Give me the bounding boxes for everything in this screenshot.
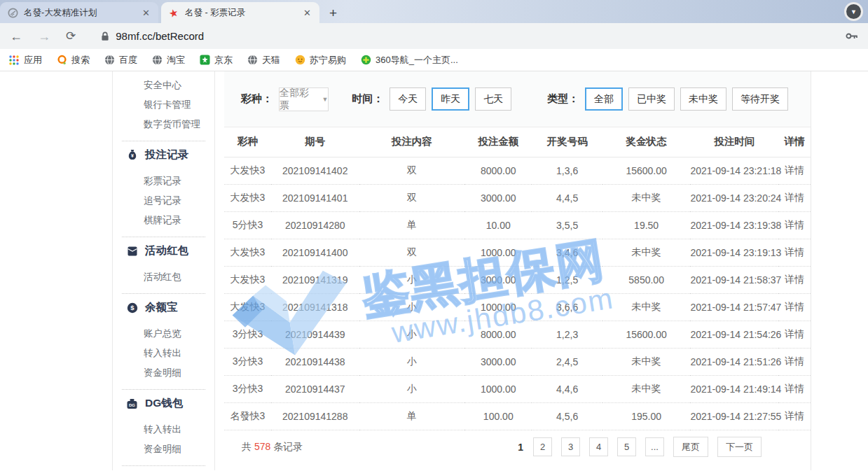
lottery-name-link[interactable]: 3分快3 bbox=[224, 348, 271, 375]
prize-status: 15600.00 bbox=[602, 157, 691, 184]
new-tab-button[interactable]: + bbox=[329, 6, 337, 20]
page-button-5[interactable]: 5 bbox=[617, 437, 636, 456]
type-filter-全部[interactable]: 全部 bbox=[585, 87, 623, 111]
time-filter-七天[interactable]: 七天 bbox=[475, 87, 511, 111]
lottery-name-link[interactable]: 名發快3 bbox=[224, 402, 271, 430]
sidebar-item-转入转出[interactable]: 转入转出 bbox=[113, 420, 214, 440]
sidebar-divider bbox=[122, 465, 205, 466]
time-filter-今天[interactable]: 今天 bbox=[390, 87, 426, 111]
time-filter-昨天[interactable]: 昨天 bbox=[432, 87, 469, 111]
sidebar-item-数字货币管理[interactable]: 数字货币管理 bbox=[113, 115, 214, 134]
tab-close-icon[interactable]: ✕ bbox=[141, 8, 151, 18]
bookmark-item-1[interactable]: 应用 bbox=[8, 54, 42, 66]
detail-link[interactable]: 详情 bbox=[778, 211, 811, 239]
browser-tab-1[interactable]: 名發-大发精准计划 ✕ bbox=[0, 2, 158, 23]
current-page[interactable]: 1 bbox=[518, 442, 523, 453]
reload-button[interactable]: ⟳ bbox=[66, 30, 76, 42]
prize-status: 15600.00 bbox=[602, 321, 691, 348]
sidebar-section-label: DG钱包 bbox=[145, 396, 183, 411]
sidebar-item-活动红包[interactable]: 活动红包 bbox=[113, 267, 214, 287]
type-filter-等待开奖[interactable]: 等待开奖 bbox=[732, 87, 788, 111]
tab-title: 名發-大发精准计划 bbox=[24, 7, 141, 19]
detail-link[interactable]: 详情 bbox=[778, 321, 811, 348]
lottery-name-link[interactable]: 大发快3 bbox=[224, 157, 271, 184]
bookmark-item-7[interactable]: 苏宁易购 bbox=[294, 54, 346, 66]
sidebar-section-余额宝[interactable]: $余额宝 bbox=[113, 300, 214, 315]
sidebar-section-投注记录[interactable]: ¥投注记录 bbox=[113, 148, 214, 162]
sidebar-section-DG钱包[interactable]: DGDG钱包 bbox=[113, 396, 214, 411]
sidebar-item-追号记录[interactable]: 追号记录 bbox=[113, 191, 214, 211]
url-text[interactable]: 98mf.cc/betRecord bbox=[116, 30, 204, 42]
sidebar-item-账户总览[interactable]: 账户总览 bbox=[113, 324, 214, 344]
detail-link[interactable]: 详情 bbox=[778, 402, 811, 430]
detail-link[interactable]: 详情 bbox=[778, 348, 811, 375]
sidebar-item-棋牌记录[interactable]: 棋牌记录 bbox=[113, 211, 214, 230]
forward-button[interactable]: → bbox=[38, 30, 50, 43]
bookmark-item-6[interactable]: 天猫 bbox=[247, 54, 280, 66]
lottery-name-link[interactable]: 3分快3 bbox=[224, 321, 271, 348]
prize-status: 19.50 bbox=[602, 211, 691, 239]
page-button-3[interactable]: 3 bbox=[561, 437, 580, 456]
bookmark-item-4[interactable]: 淘宝 bbox=[151, 54, 185, 66]
draw-numbers: 4,5,6 bbox=[532, 402, 602, 430]
detail-link[interactable]: 详情 bbox=[778, 157, 811, 184]
globe-icon bbox=[151, 55, 163, 66]
lottery-name-link[interactable]: 大发快3 bbox=[224, 293, 271, 321]
detail-link[interactable]: 详情 bbox=[778, 266, 811, 293]
bet-content: 小 bbox=[359, 375, 465, 402]
tab-search-button[interactable]: ▼ bbox=[844, 2, 863, 21]
page-button-...[interactable]: ... bbox=[645, 437, 664, 456]
bet-time: 2021-09-14 21:58:37 bbox=[690, 266, 778, 293]
detail-link[interactable]: 详情 bbox=[778, 293, 811, 321]
svg-text:¥: ¥ bbox=[131, 153, 134, 158]
bookmark-item-3[interactable]: 百度 bbox=[104, 54, 137, 66]
back-button[interactable]: ← bbox=[10, 30, 22, 43]
last-page-button[interactable]: 尾页 bbox=[673, 437, 708, 457]
draw-numbers: 2,4,5 bbox=[532, 348, 602, 375]
sidebar-item-转入转出[interactable]: 转入转出 bbox=[113, 344, 214, 363]
prize-status: 未中奖 bbox=[602, 239, 691, 266]
tab-close-icon[interactable]: ✕ bbox=[302, 8, 312, 18]
bet-time: 2021-09-14 23:21:18 bbox=[690, 157, 778, 184]
sidebar-item-安全中心[interactable]: 安全中心 bbox=[113, 76, 214, 95]
sidebar-item-资金明细[interactable]: 资金明细 bbox=[113, 363, 214, 383]
lottery-name-link[interactable]: 大发快3 bbox=[224, 184, 271, 211]
bet-record-page: 安全中心银行卡管理数字货币管理¥投注记录彩票记录追号记录棋牌记录活动红包活动红包… bbox=[0, 71, 868, 470]
bookmark-item-5[interactable]: 京东 bbox=[199, 54, 233, 66]
bookmark-label: 360导航_一个主页... bbox=[376, 54, 458, 66]
search-360-icon bbox=[56, 55, 67, 66]
prize-status: 未中奖 bbox=[602, 184, 691, 211]
next-page-button[interactable]: 下一页 bbox=[717, 437, 762, 457]
bet-content: 小 bbox=[359, 321, 465, 348]
bookmark-label: 天猫 bbox=[262, 54, 280, 66]
page-button-4[interactable]: 4 bbox=[589, 437, 608, 456]
column-header-期号: 期号 bbox=[271, 127, 359, 157]
type-filter-未中奖[interactable]: 未中奖 bbox=[680, 87, 726, 111]
browser-tab-2[interactable]: ★ 名發 - 彩票记录 ✕ bbox=[161, 2, 319, 23]
lottery-name-link[interactable]: 5分快3 bbox=[224, 211, 271, 239]
column-header-开奖号码: 开奖号码 bbox=[532, 127, 602, 157]
address-bar[interactable]: 98mf.cc/betRecord bbox=[91, 30, 858, 42]
draw-numbers: 4,4,5 bbox=[532, 184, 602, 211]
lottery-name-link[interactable]: 3分快3 bbox=[224, 375, 271, 402]
detail-link[interactable]: 详情 bbox=[778, 375, 811, 402]
time-filter-group: 今天昨天七天 bbox=[390, 87, 517, 111]
sidebar-item-银行卡管理[interactable]: 银行卡管理 bbox=[113, 95, 214, 115]
sidebar-item-资金明细[interactable]: 资金明细 bbox=[113, 440, 214, 459]
lottery-name-link[interactable]: 大发快3 bbox=[224, 239, 271, 266]
suning-icon bbox=[294, 55, 305, 66]
sidebar-section-活动红包[interactable]: 活动红包 bbox=[113, 244, 214, 258]
apps-grid-icon bbox=[8, 55, 20, 66]
type-filter-已中奖[interactable]: 已中奖 bbox=[628, 87, 675, 111]
detail-link[interactable]: 详情 bbox=[778, 239, 811, 266]
bookmark-item-8[interactable]: 360导航_一个主页... bbox=[360, 54, 458, 66]
table-row: 大发快3202109141318小1000.003,6,6未中奖2021-09-… bbox=[224, 293, 811, 321]
lottery-name-link[interactable]: 大发快3 bbox=[224, 266, 271, 293]
detail-link[interactable]: 详情 bbox=[778, 184, 811, 211]
page-button-2[interactable]: 2 bbox=[533, 437, 552, 456]
key-icon[interactable] bbox=[846, 32, 858, 40]
bookmark-item-2[interactable]: 搜索 bbox=[56, 54, 90, 66]
column-header-投注内容: 投注内容 bbox=[359, 127, 465, 157]
sidebar-item-彩票记录[interactable]: 彩票记录 bbox=[113, 171, 214, 191]
lottery-select[interactable]: 全部彩票 ▼ bbox=[279, 87, 329, 111]
